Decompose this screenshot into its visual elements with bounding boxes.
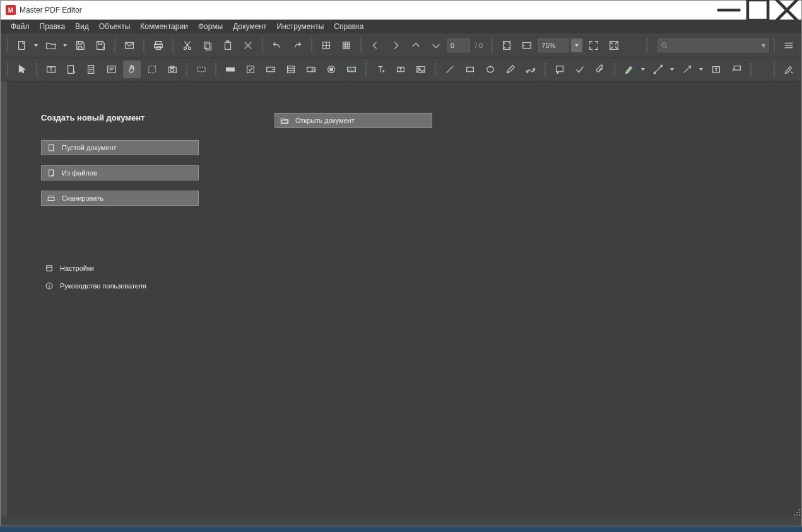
next-page-button[interactable] xyxy=(387,37,404,54)
insert-text-box-button[interactable] xyxy=(392,61,410,78)
undo-button[interactable] xyxy=(268,37,286,54)
scan-button[interactable]: Сканировать xyxy=(41,191,199,206)
settings-link[interactable]: Настройки xyxy=(41,264,199,273)
insert-text-button[interactable] xyxy=(372,61,389,78)
redo-button[interactable] xyxy=(288,37,306,54)
copy-button[interactable] xyxy=(199,37,216,54)
svg-point-15 xyxy=(662,42,666,47)
line-tool-button[interactable] xyxy=(441,61,459,78)
pointer-tool-button[interactable] xyxy=(13,61,31,78)
svg-rect-36 xyxy=(467,67,474,71)
fit-width-button[interactable] xyxy=(518,37,536,54)
highlight-tool-button[interactable] xyxy=(620,61,638,78)
menu-file[interactable]: Файл xyxy=(6,21,35,32)
fit-page-button[interactable] xyxy=(498,37,516,54)
select-text-tool-button[interactable] xyxy=(103,61,121,78)
curve-tool-button[interactable] xyxy=(522,61,540,78)
menu-document[interactable]: Документ xyxy=(228,21,271,32)
signature-field-button[interactable] xyxy=(343,61,360,78)
grid-button[interactable] xyxy=(317,37,335,54)
menu-edit[interactable]: Правка xyxy=(35,21,71,32)
svg-rect-44 xyxy=(734,66,740,69)
snapshot-tool-button[interactable] xyxy=(163,61,181,78)
listbox-field-button[interactable] xyxy=(282,61,300,78)
highlight-dropdown[interactable] xyxy=(639,68,647,71)
new-document-button[interactable] xyxy=(13,37,31,54)
edit-text-tool-button[interactable] xyxy=(42,61,60,78)
button-field-button[interactable] xyxy=(221,61,239,78)
open-dropdown[interactable] xyxy=(61,44,69,47)
prev-page-button[interactable] xyxy=(367,37,384,54)
menu-help[interactable]: Справка xyxy=(329,21,369,32)
zoom-value[interactable]: 75% xyxy=(538,38,569,52)
cut-button[interactable] xyxy=(179,37,196,54)
radio-field-button[interactable] xyxy=(322,61,340,78)
toolbar-grip-icon xyxy=(310,38,314,53)
snap-grid-button[interactable] xyxy=(338,37,355,54)
toolbar-grip-icon xyxy=(772,62,776,77)
sign-button[interactable] xyxy=(780,61,798,78)
page-up-button[interactable] xyxy=(407,37,425,54)
welcome-screen: Создать новый документ Пустой документ И… xyxy=(7,81,801,517)
maximize-button[interactable] xyxy=(743,1,772,20)
open-button[interactable] xyxy=(42,37,60,54)
svg-rect-45 xyxy=(49,145,54,151)
close-button[interactable] xyxy=(772,1,801,20)
print-button[interactable] xyxy=(150,37,167,54)
combobox-field-button[interactable] xyxy=(262,61,280,78)
dropdown-field-button[interactable] xyxy=(302,61,320,78)
blank-document-button[interactable]: Пустой документ xyxy=(41,140,199,155)
resize-grip-icon[interactable] xyxy=(793,508,800,516)
menu-forms[interactable]: Формы xyxy=(193,21,228,32)
new-document-dropdown[interactable] xyxy=(32,44,40,47)
save-as-button[interactable] xyxy=(91,37,109,54)
paste-button[interactable] xyxy=(219,37,237,54)
toolbar-grip-icon xyxy=(645,38,649,53)
blank-document-label: Пустой документ xyxy=(62,144,117,151)
insert-image-button[interactable] xyxy=(412,61,430,78)
hamburger-menu-button[interactable] xyxy=(780,37,798,54)
delete-button[interactable] xyxy=(239,37,257,54)
edit-document-tool-button[interactable] xyxy=(62,61,80,78)
arrow-annotation-button[interactable] xyxy=(678,61,696,78)
menu-view[interactable]: Вид xyxy=(70,21,94,32)
ellipse-tool-button[interactable] xyxy=(481,61,499,78)
callout-button[interactable] xyxy=(728,61,745,78)
email-button[interactable] xyxy=(121,37,138,54)
marquee-tool-button[interactable] xyxy=(143,61,161,78)
sticky-note-button[interactable] xyxy=(551,61,569,78)
attachment-button[interactable] xyxy=(591,61,609,78)
hand-tool-button[interactable] xyxy=(123,61,141,78)
search-box[interactable]: ▾ xyxy=(658,38,769,52)
page-total-label: / 0 xyxy=(475,42,483,49)
checkmark-button[interactable] xyxy=(571,61,589,78)
minimize-button[interactable] xyxy=(714,1,743,20)
checkbox-field-button[interactable] xyxy=(242,61,259,78)
arrow-annotation-dropdown[interactable] xyxy=(697,68,705,71)
left-panel-tab[interactable] xyxy=(1,81,7,517)
zoom-dropdown[interactable] xyxy=(571,38,582,52)
menu-objects[interactable]: Объекты xyxy=(94,21,136,32)
toolbar-grip-icon xyxy=(543,62,547,77)
page-down-button[interactable] xyxy=(427,37,445,54)
fullscreen-button[interactable] xyxy=(605,37,623,54)
page-number-input[interactable] xyxy=(447,38,470,52)
line-annotation-dropdown[interactable] xyxy=(668,68,676,71)
pencil-tool-button[interactable] xyxy=(502,61,519,78)
chevron-down-icon[interactable]: ▾ xyxy=(762,41,765,50)
save-button[interactable] xyxy=(71,37,89,54)
svg-rect-25 xyxy=(227,68,235,71)
text-field-button[interactable] xyxy=(192,61,210,78)
menu-tools[interactable]: Инструменты xyxy=(271,21,329,32)
line-annotation-button[interactable] xyxy=(649,61,667,78)
svg-point-41 xyxy=(654,72,656,74)
open-document-button[interactable]: Открыть документ xyxy=(274,113,432,128)
rectangle-tool-button[interactable] xyxy=(461,61,479,78)
from-files-button[interactable]: Из файлов xyxy=(41,165,199,180)
search-input[interactable] xyxy=(671,42,759,49)
actual-size-button[interactable] xyxy=(585,37,603,54)
text-markup-button[interactable] xyxy=(707,61,725,78)
user-guide-link[interactable]: Руководство пользователя xyxy=(41,281,199,290)
menu-comments[interactable]: Комментарии xyxy=(135,21,193,32)
edit-forms-tool-button[interactable] xyxy=(83,61,100,78)
